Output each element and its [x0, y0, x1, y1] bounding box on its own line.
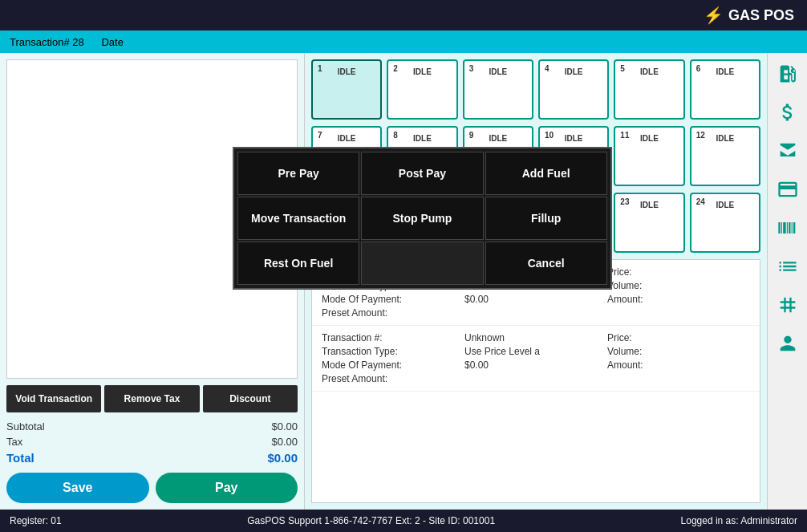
- price-label: Price:: [607, 266, 750, 278]
- save-button[interactable]: Save: [6, 473, 149, 503]
- bolt-icon: ⚡: [704, 6, 724, 25]
- user-sidebar-icon[interactable]: [773, 329, 802, 358]
- support-info: GasPOS Support 1-866-742-7767 Ext: 2 - S…: [247, 515, 495, 526]
- list-sidebar-icon[interactable]: [773, 252, 802, 281]
- cancel-button[interactable]: Cancel: [485, 242, 607, 285]
- pump-status: IDLE: [716, 67, 734, 76]
- action-buttons: Save Pay: [6, 473, 298, 503]
- status-bar: Transaction# 28 Date: [0, 30, 807, 53]
- pump-status: IDLE: [338, 134, 356, 143]
- amount-label: Amount:: [607, 294, 750, 305]
- popup-menu: Pre Pay Post Pay Add Fuel Move Transacti…: [233, 147, 612, 290]
- subtotal-label: Subtotal: [6, 420, 45, 433]
- preset-label: Preset Amount:: [322, 307, 464, 319]
- pump-number: 23: [620, 197, 629, 206]
- pump-number: 12: [696, 131, 705, 140]
- pump-card-1[interactable]: 1IDLE: [311, 59, 382, 120]
- transaction-info: Transaction# 28 Date: [10, 36, 124, 48]
- void-transaction-button[interactable]: Void Transaction: [6, 385, 101, 412]
- pump-card-4[interactable]: 4IDLE: [538, 59, 609, 120]
- preset-val-field: $0.00: [464, 294, 607, 305]
- pump-status: IDLE: [565, 134, 583, 143]
- pump-card-11[interactable]: 11IDLE: [614, 126, 684, 186]
- volume-label: Volume:: [607, 280, 750, 291]
- pay-button[interactable]: Pay: [156, 473, 298, 503]
- pump-number: 24: [696, 197, 705, 206]
- fillup-button[interactable]: Fillup: [485, 197, 607, 240]
- pump-status: IDLE: [716, 134, 734, 143]
- tax-row: Tax $0.00: [6, 434, 298, 449]
- tax-label: Tax: [6, 436, 22, 448]
- hash-sidebar-icon[interactable]: [773, 290, 802, 319]
- discount-button[interactable]: Discount: [203, 385, 298, 412]
- pump-status: IDLE: [489, 134, 507, 143]
- volume-field: Volume:: [607, 280, 750, 291]
- pump-number: 6: [696, 64, 701, 73]
- preset-value: $0.00: [464, 294, 607, 305]
- bottom-bar: Register: 01 GasPOS Support 1-866-742-77…: [0, 510, 807, 532]
- pump-number: 10: [545, 131, 554, 140]
- bottom-buttons: Void Transaction Remove Tax Discount: [6, 385, 298, 412]
- trans2-col-2: Unknown Use Price Level a $0.00: [464, 332, 607, 384]
- pump-status: IDLE: [489, 67, 507, 76]
- stop-pump-button[interactable]: Stop Pump: [361, 197, 483, 240]
- post-pay-button[interactable]: Post Pay: [361, 152, 483, 195]
- logo: ⚡ GAS POS: [704, 6, 794, 25]
- pump-number: 4: [545, 64, 549, 73]
- pump-grid-top: 1IDLE2IDLE3IDLE4IDLE5IDLE6IDLE: [311, 59, 760, 120]
- pump-number: 1: [318, 64, 322, 73]
- pump-card-6[interactable]: 6IDLE: [690, 59, 760, 120]
- store-sidebar-icon[interactable]: [773, 136, 802, 165]
- rest-on-fuel-button[interactable]: Rest On Fuel: [237, 242, 359, 285]
- move-transaction-button[interactable]: Move Transaction: [237, 197, 359, 240]
- header: ⚡ GAS POS: [0, 0, 807, 30]
- right-sidebar: [767, 53, 807, 510]
- pump-status: IDLE: [413, 67, 432, 76]
- pump-status: IDLE: [565, 67, 583, 76]
- pump-status: IDLE: [716, 201, 734, 209]
- pump-number: 2: [393, 64, 398, 73]
- empty-button: [361, 242, 483, 285]
- pump-number: 5: [620, 64, 625, 73]
- pump-status: IDLE: [640, 134, 659, 143]
- tax-value: $0.00: [271, 436, 298, 448]
- pump-card-2[interactable]: 2IDLE: [387, 59, 457, 120]
- barcode-sidebar-icon[interactable]: [773, 213, 802, 242]
- pre-pay-button[interactable]: Pre Pay: [237, 152, 359, 195]
- pump-card-3[interactable]: 3IDLE: [463, 59, 533, 120]
- pump-card-23[interactable]: 23IDLE: [614, 193, 684, 253]
- transaction-details: Transaction #: Transaction Type: Mode Of…: [311, 259, 760, 503]
- price-field: Price:: [607, 266, 750, 278]
- pump-status: IDLE: [640, 201, 659, 209]
- pump-number: 8: [393, 131, 398, 140]
- total-label: Total: [6, 451, 34, 465]
- trans2-col-3: Price: Volume: Amount:: [607, 332, 750, 384]
- logged-in-info: Logged in as: Administrator: [681, 515, 797, 526]
- pump-number: 9: [469, 131, 474, 140]
- cash-sidebar-icon[interactable]: [773, 175, 802, 204]
- pump-card-5[interactable]: 5IDLE: [614, 59, 684, 120]
- totals-section: Subtotal $0.00 Tax $0.00 Total $0.00: [6, 419, 298, 466]
- pump-number: 3: [469, 64, 474, 73]
- pump-status: IDLE: [338, 67, 356, 76]
- pump-status: IDLE: [413, 134, 432, 143]
- dollar-sidebar-icon[interactable]: [773, 98, 802, 127]
- mode-field: Mode Of Payment:: [322, 294, 464, 305]
- subtotal-value: $0.00: [271, 420, 298, 433]
- add-fuel-button[interactable]: Add Fuel: [485, 152, 607, 195]
- pump-card-12[interactable]: 12IDLE: [690, 126, 760, 186]
- trans2-col-1: Transaction #: Transaction Type: Mode Of…: [322, 332, 464, 384]
- subtotal-row: Subtotal $0.00: [6, 419, 298, 434]
- logo-text: GAS POS: [728, 7, 794, 24]
- pump-card-24[interactable]: 24IDLE: [690, 193, 760, 253]
- pump-status: IDLE: [640, 67, 659, 76]
- pump-number: 11: [620, 131, 629, 140]
- amount-field: Amount:: [607, 294, 750, 305]
- mode-label: Mode Of Payment:: [322, 294, 464, 305]
- pump-sidebar-icon[interactable]: [773, 59, 802, 88]
- register-info: Register: 01: [10, 515, 62, 526]
- pump-number: 7: [318, 131, 322, 140]
- trans-col-3: Price: Volume: Amount:: [607, 266, 750, 319]
- total-value: $0.00: [267, 451, 298, 465]
- remove-tax-button[interactable]: Remove Tax: [104, 385, 199, 412]
